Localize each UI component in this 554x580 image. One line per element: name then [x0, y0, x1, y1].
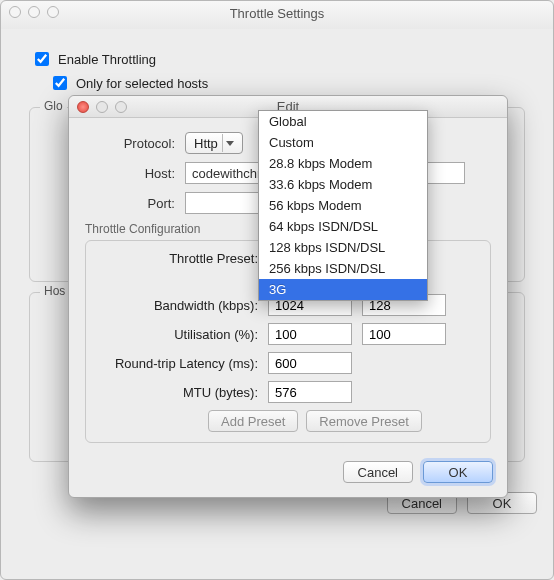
only-selected-hosts-label: Only for selected hosts: [76, 76, 208, 91]
preset-option[interactable]: 64 kbps ISDN/DSL: [259, 216, 427, 237]
only-selected-hosts-checkbox[interactable]: Only for selected hosts: [49, 73, 208, 93]
protocol-combo[interactable]: Http: [185, 132, 243, 154]
preset-option[interactable]: 56 kbps Modem: [259, 195, 427, 216]
traffic-lights: [9, 6, 59, 18]
utilisation-label: Utilisation (%):: [98, 327, 258, 342]
enable-throttling-label: Enable Throttling: [58, 52, 156, 67]
dialog-button-row: Cancel OK: [69, 451, 507, 497]
utilisation-row: Utilisation (%):: [98, 323, 478, 345]
preset-option[interactable]: 3G: [259, 279, 427, 300]
latency-label: Round-trip Latency (ms):: [98, 356, 258, 371]
utilisation-upload-input[interactable]: [362, 323, 446, 345]
close-icon[interactable]: [77, 101, 89, 113]
titlebar: Throttle Settings: [1, 1, 553, 23]
throttle-preset-dropdown[interactable]: GlobalCustom28.8 kbps Modem33.6 kbps Mod…: [258, 110, 428, 301]
utilisation-download-input[interactable]: [268, 323, 352, 345]
preset-option[interactable]: 256 kbps ISDN/DSL: [259, 258, 427, 279]
mtu-input[interactable]: [268, 381, 352, 403]
dialog-traffic-lights: [77, 101, 127, 113]
throttle-config-label: Throttle Configuration: [85, 222, 200, 236]
preset-option[interactable]: 28.8 kbps Modem: [259, 153, 427, 174]
zoom-icon[interactable]: [47, 6, 59, 18]
preset-option[interactable]: 33.6 kbps Modem: [259, 174, 427, 195]
port-label: Port:: [85, 196, 175, 211]
latency-input[interactable]: [268, 352, 352, 374]
latency-row: Round-trip Latency (ms):: [98, 352, 478, 374]
protocol-value: Http: [194, 136, 218, 151]
cancel-button[interactable]: Cancel: [343, 461, 413, 483]
window-title: Throttle Settings: [230, 6, 325, 21]
preset-option[interactable]: Custom: [259, 132, 427, 153]
protocol-label: Protocol:: [85, 136, 175, 151]
minimize-icon[interactable]: [28, 6, 40, 18]
host-label: Host:: [85, 166, 175, 181]
enable-throttling-input[interactable]: [35, 52, 49, 66]
ok-button[interactable]: OK: [423, 461, 493, 483]
mtu-row: MTU (bytes):: [98, 381, 478, 403]
hosts-group-label: Hos: [40, 284, 69, 298]
enable-throttling-checkbox[interactable]: Enable Throttling: [31, 49, 156, 69]
chevron-down-icon[interactable]: [222, 134, 238, 152]
zoom-icon[interactable]: [115, 101, 127, 113]
remove-preset-button[interactable]: Remove Preset: [306, 410, 422, 432]
minimize-icon[interactable]: [96, 101, 108, 113]
preset-button-row: Add Preset Remove Preset: [208, 410, 478, 432]
global-group-label: Glo: [40, 99, 67, 113]
preset-option[interactable]: Global: [259, 111, 427, 132]
add-preset-button[interactable]: Add Preset: [208, 410, 298, 432]
close-icon[interactable]: [9, 6, 21, 18]
mtu-label: MTU (bytes):: [98, 385, 258, 400]
preset-label: Throttle Preset:: [98, 251, 258, 266]
preset-option[interactable]: 128 kbps ISDN/DSL: [259, 237, 427, 258]
only-selected-hosts-input[interactable]: [53, 76, 67, 90]
bandwidth-label: Bandwidth (kbps):: [98, 298, 258, 313]
